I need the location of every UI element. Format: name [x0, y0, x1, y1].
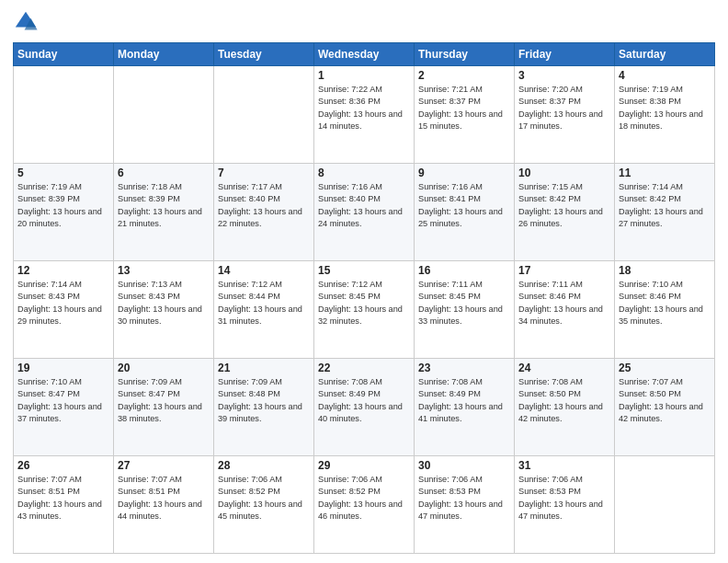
calendar-cell: 20Sunrise: 7:09 AM Sunset: 8:47 PM Dayli… [114, 359, 214, 456]
day-number: 4 [619, 69, 711, 82]
day-number: 27 [118, 459, 210, 472]
day-info: Sunrise: 7:14 AM Sunset: 8:43 PM Dayligh… [17, 279, 109, 327]
day-number: 13 [118, 264, 210, 277]
calendar-cell: 8Sunrise: 7:16 AM Sunset: 8:40 PM Daylig… [314, 164, 415, 261]
calendar-cell: 11Sunrise: 7:14 AM Sunset: 8:42 PM Dayli… [615, 164, 715, 261]
day-info: Sunrise: 7:19 AM Sunset: 8:39 PM Dayligh… [17, 181, 109, 230]
day-number: 16 [418, 264, 510, 277]
day-info: Sunrise: 7:18 AM Sunset: 8:39 PM Dayligh… [118, 181, 210, 230]
calendar-week-row: 12Sunrise: 7:14 AM Sunset: 8:43 PM Dayli… [14, 261, 715, 359]
day-number: 11 [619, 167, 711, 179]
calendar-cell: 29Sunrise: 7:06 AM Sunset: 8:52 PM Dayli… [314, 456, 415, 554]
day-number: 30 [418, 459, 510, 472]
day-info: Sunrise: 7:08 AM Sunset: 8:49 PM Dayligh… [418, 376, 510, 425]
header [13, 9, 715, 35]
calendar-cell: 23Sunrise: 7:08 AM Sunset: 8:49 PM Dayli… [415, 359, 515, 456]
logo [13, 9, 42, 35]
calendar-cell: 6Sunrise: 7:18 AM Sunset: 8:39 PM Daylig… [114, 164, 214, 261]
day-info: Sunrise: 7:22 AM Sunset: 8:36 PM Dayligh… [318, 84, 410, 132]
day-info: Sunrise: 7:11 AM Sunset: 8:45 PM Dayligh… [418, 279, 510, 327]
day-number: 22 [318, 362, 410, 374]
weekday-header: Friday [515, 43, 615, 66]
calendar-cell: 9Sunrise: 7:16 AM Sunset: 8:41 PM Daylig… [415, 164, 515, 261]
day-info: Sunrise: 7:14 AM Sunset: 8:42 PM Dayligh… [619, 181, 711, 230]
day-info: Sunrise: 7:12 AM Sunset: 8:45 PM Dayligh… [318, 279, 410, 327]
day-number: 25 [619, 362, 711, 374]
calendar-cell: 16Sunrise: 7:11 AM Sunset: 8:45 PM Dayli… [415, 261, 515, 359]
day-number: 24 [518, 362, 610, 374]
day-info: Sunrise: 7:06 AM Sunset: 8:52 PM Dayligh… [318, 474, 410, 523]
calendar-cell: 10Sunrise: 7:15 AM Sunset: 8:42 PM Dayli… [515, 164, 615, 261]
day-info: Sunrise: 7:16 AM Sunset: 8:40 PM Dayligh… [318, 181, 410, 230]
day-info: Sunrise: 7:06 AM Sunset: 8:53 PM Dayligh… [518, 474, 610, 523]
calendar-cell: 22Sunrise: 7:08 AM Sunset: 8:49 PM Dayli… [314, 359, 415, 456]
weekday-header: Saturday [615, 43, 715, 66]
day-info: Sunrise: 7:16 AM Sunset: 8:41 PM Dayligh… [418, 181, 510, 230]
day-info: Sunrise: 7:07 AM Sunset: 8:51 PM Dayligh… [17, 474, 109, 523]
day-number: 21 [218, 362, 310, 374]
day-number: 31 [518, 459, 610, 472]
day-number: 14 [218, 264, 310, 277]
day-number: 15 [318, 264, 410, 277]
day-info: Sunrise: 7:08 AM Sunset: 8:49 PM Dayligh… [318, 376, 410, 425]
calendar-cell: 21Sunrise: 7:09 AM Sunset: 8:48 PM Dayli… [214, 359, 314, 456]
weekday-header: Sunday [14, 43, 114, 66]
calendar-cell: 13Sunrise: 7:13 AM Sunset: 8:43 PM Dayli… [114, 261, 214, 359]
logo-icon [13, 9, 39, 35]
day-info: Sunrise: 7:10 AM Sunset: 8:46 PM Dayligh… [619, 279, 711, 327]
day-info: Sunrise: 7:15 AM Sunset: 8:42 PM Dayligh… [518, 181, 610, 230]
day-number: 20 [118, 362, 210, 374]
weekday-header: Monday [114, 43, 214, 66]
day-info: Sunrise: 7:21 AM Sunset: 8:37 PM Dayligh… [418, 84, 510, 132]
day-number: 6 [118, 167, 210, 179]
calendar-cell: 24Sunrise: 7:08 AM Sunset: 8:50 PM Dayli… [515, 359, 615, 456]
day-number: 5 [17, 167, 109, 179]
day-info: Sunrise: 7:12 AM Sunset: 8:44 PM Dayligh… [218, 279, 310, 327]
day-info: Sunrise: 7:10 AM Sunset: 8:47 PM Dayligh… [17, 376, 109, 425]
day-info: Sunrise: 7:11 AM Sunset: 8:46 PM Dayligh… [518, 279, 610, 327]
weekday-header: Tuesday [214, 43, 314, 66]
calendar-cell [14, 66, 114, 164]
calendar-cell: 15Sunrise: 7:12 AM Sunset: 8:45 PM Dayli… [314, 261, 415, 359]
day-info: Sunrise: 7:13 AM Sunset: 8:43 PM Dayligh… [118, 279, 210, 327]
day-number: 2 [418, 69, 510, 82]
calendar-week-row: 26Sunrise: 7:07 AM Sunset: 8:51 PM Dayli… [14, 456, 715, 554]
day-info: Sunrise: 7:08 AM Sunset: 8:50 PM Dayligh… [518, 376, 610, 425]
day-number: 3 [518, 69, 610, 82]
calendar-cell: 12Sunrise: 7:14 AM Sunset: 8:43 PM Dayli… [14, 261, 114, 359]
page: SundayMondayTuesdayWednesdayThursdayFrid… [0, 0, 728, 563]
calendar-cell: 4Sunrise: 7:19 AM Sunset: 8:38 PM Daylig… [615, 66, 715, 164]
day-info: Sunrise: 7:09 AM Sunset: 8:47 PM Dayligh… [118, 376, 210, 425]
day-number: 12 [17, 264, 109, 277]
calendar-week-row: 19Sunrise: 7:10 AM Sunset: 8:47 PM Dayli… [14, 359, 715, 456]
day-info: Sunrise: 7:07 AM Sunset: 8:50 PM Dayligh… [619, 376, 711, 425]
day-info: Sunrise: 7:19 AM Sunset: 8:38 PM Dayligh… [619, 84, 711, 132]
calendar-cell: 1Sunrise: 7:22 AM Sunset: 8:36 PM Daylig… [314, 66, 415, 164]
day-info: Sunrise: 7:06 AM Sunset: 8:52 PM Dayligh… [218, 474, 310, 523]
day-number: 23 [418, 362, 510, 374]
calendar-cell [214, 66, 314, 164]
weekday-header: Thursday [415, 43, 515, 66]
day-info: Sunrise: 7:07 AM Sunset: 8:51 PM Dayligh… [118, 474, 210, 523]
day-info: Sunrise: 7:17 AM Sunset: 8:40 PM Dayligh… [218, 181, 310, 230]
calendar-cell: 7Sunrise: 7:17 AM Sunset: 8:40 PM Daylig… [214, 164, 314, 261]
day-number: 10 [518, 167, 610, 179]
calendar-header-row: SundayMondayTuesdayWednesdayThursdayFrid… [14, 43, 715, 66]
day-number: 19 [17, 362, 109, 374]
calendar-cell: 19Sunrise: 7:10 AM Sunset: 8:47 PM Dayli… [14, 359, 114, 456]
calendar-week-row: 5Sunrise: 7:19 AM Sunset: 8:39 PM Daylig… [14, 164, 715, 261]
day-number: 7 [218, 167, 310, 179]
day-info: Sunrise: 7:09 AM Sunset: 8:48 PM Dayligh… [218, 376, 310, 425]
day-info: Sunrise: 7:20 AM Sunset: 8:37 PM Dayligh… [518, 84, 610, 132]
calendar-cell: 5Sunrise: 7:19 AM Sunset: 8:39 PM Daylig… [14, 164, 114, 261]
day-number: 26 [17, 459, 109, 472]
calendar-cell: 31Sunrise: 7:06 AM Sunset: 8:53 PM Dayli… [515, 456, 615, 554]
day-number: 8 [318, 167, 410, 179]
weekday-header: Wednesday [314, 43, 415, 66]
day-number: 18 [619, 264, 711, 277]
calendar-week-row: 1Sunrise: 7:22 AM Sunset: 8:36 PM Daylig… [14, 66, 715, 164]
calendar-cell: 18Sunrise: 7:10 AM Sunset: 8:46 PM Dayli… [615, 261, 715, 359]
calendar-cell [114, 66, 214, 164]
day-number: 29 [318, 459, 410, 472]
calendar-cell: 27Sunrise: 7:07 AM Sunset: 8:51 PM Dayli… [114, 456, 214, 554]
